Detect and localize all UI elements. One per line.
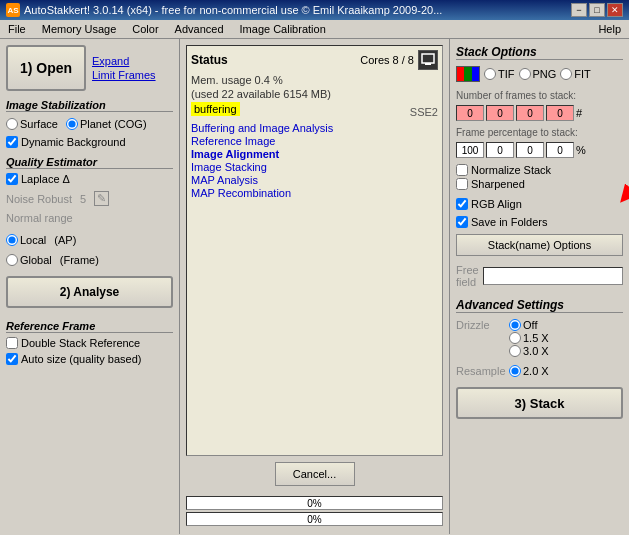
double-stack-checkbox[interactable] xyxy=(6,337,18,349)
status-items-list: Buffering and Image Analysis Reference I… xyxy=(191,122,438,199)
title-text: AutoStakkert! 3.0.14 (x64) - free for no… xyxy=(24,4,442,16)
pct-input-3[interactable] xyxy=(546,142,574,158)
progress-area: 0% 0% xyxy=(186,496,443,528)
menu-file[interactable]: File xyxy=(4,22,30,36)
drizzle-off-label: Off xyxy=(523,319,537,331)
frame-label: (Frame) xyxy=(60,254,99,266)
ap-label: (AP) xyxy=(54,234,76,246)
frames-input-2[interactable]: 0 xyxy=(516,105,544,121)
tif-radio[interactable] xyxy=(484,68,496,80)
laplace-checkbox[interactable] xyxy=(6,173,18,185)
maximize-button[interactable]: □ xyxy=(589,3,605,17)
color-swatch xyxy=(456,66,480,82)
tif-label: TIF xyxy=(498,68,515,80)
mem-usage: Mem. usage 0.4 % xyxy=(191,74,438,86)
reference-frame-title: Reference Frame xyxy=(6,320,173,333)
global-radio[interactable] xyxy=(6,254,18,266)
menu-memory[interactable]: Memory Usage xyxy=(38,22,121,36)
save-folders-label: Save in Folders xyxy=(471,216,547,228)
noise-robust-icon[interactable]: ✎ xyxy=(94,191,109,206)
noise-robust-label: Noise Robust xyxy=(6,193,72,205)
stack-button[interactable]: 3) Stack xyxy=(456,387,623,419)
limit-frames-link[interactable]: Limit Frames xyxy=(92,69,156,81)
display-icon[interactable] xyxy=(418,50,438,70)
menu-advanced[interactable]: Advanced xyxy=(171,22,228,36)
pct-symbol: % xyxy=(576,144,586,156)
menu-calibration[interactable]: Image Calibration xyxy=(236,22,330,36)
normal-range-label: Normal range xyxy=(6,212,173,224)
status-item-1: Reference Image xyxy=(191,135,438,147)
fit-radio[interactable] xyxy=(560,68,572,80)
png-radio[interactable] xyxy=(519,68,531,80)
drizzle-1x-label: 1.5 X xyxy=(523,332,549,344)
status-item-4: MAP Analysis xyxy=(191,174,438,186)
expand-link[interactable]: Expand xyxy=(92,55,156,67)
status-item-5: MAP Recombination xyxy=(191,187,438,199)
pct-input-1[interactable] xyxy=(486,142,514,158)
status-title: Status xyxy=(191,53,228,67)
fit-label: FIT xyxy=(574,68,591,80)
window-controls[interactable]: − □ ✕ xyxy=(571,3,623,17)
progress-bar-2: 0% xyxy=(186,512,443,526)
surface-label: Surface xyxy=(20,118,58,130)
pct-input-0[interactable] xyxy=(456,142,484,158)
frames-input-0[interactable]: 0 xyxy=(456,105,484,121)
frames-input-3[interactable]: 0 xyxy=(546,105,574,121)
svg-rect-0 xyxy=(422,54,434,63)
stack-options-title: Stack Options xyxy=(456,45,623,60)
local-radio[interactable] xyxy=(6,234,18,246)
app-icon: AS xyxy=(6,3,20,17)
menu-help[interactable]: Help xyxy=(594,22,625,36)
title-bar: AS AutoStakkert! 3.0.14 (x64) - free for… xyxy=(0,0,629,20)
resample-value: 2.0 X xyxy=(523,365,549,377)
frames-input-1[interactable]: 0 xyxy=(486,105,514,121)
minimize-button[interactable]: − xyxy=(571,3,587,17)
cores-label: Cores 8 / 8 xyxy=(360,54,414,66)
dynamic-bg-label: Dynamic Background xyxy=(21,136,126,148)
quality-title: Quality Estimator xyxy=(6,156,173,169)
sharpened-label: Sharpened xyxy=(471,178,525,190)
cancel-button[interactable]: Cancel... xyxy=(275,462,355,486)
planet-radio[interactable] xyxy=(66,118,78,130)
status-area: Status Cores 8 / 8 Mem. usage 0.4 % (use… xyxy=(186,45,443,456)
auto-size-checkbox[interactable] xyxy=(6,353,18,365)
sharpened-checkbox[interactable] xyxy=(456,178,468,190)
drizzle-label: Drizzle xyxy=(456,319,501,357)
progress-label-1: 0% xyxy=(307,497,321,511)
drizzle-off-radio[interactable] xyxy=(509,319,521,331)
dynamic-bg-checkbox[interactable] xyxy=(6,136,18,148)
progress-bar-1: 0% xyxy=(186,496,443,510)
mem-avail: (used 22 available 6154 MB) xyxy=(191,88,438,100)
resample-radio[interactable] xyxy=(509,365,521,377)
menu-color[interactable]: Color xyxy=(128,22,162,36)
status-item-2: Image Alignment xyxy=(191,148,438,160)
right-panel: Stack Options TIF PNG FIT Number of fram… xyxy=(449,39,629,534)
stack-name-button[interactable]: Stack(name) Options xyxy=(456,234,623,256)
menu-bar: File Memory Usage Color Advanced Image C… xyxy=(0,20,629,39)
planet-label: Planet (COG) xyxy=(80,118,147,130)
global-label: Global xyxy=(20,254,52,266)
close-button[interactable]: ✕ xyxy=(607,3,623,17)
pct-input-2[interactable] xyxy=(516,142,544,158)
png-label: PNG xyxy=(533,68,557,80)
free-field-input[interactable] xyxy=(483,267,623,285)
surface-radio[interactable] xyxy=(6,118,18,130)
local-label: Local xyxy=(20,234,46,246)
frames-label: Number of frames to stack: xyxy=(456,90,623,101)
free-field-label: Free field xyxy=(456,264,479,288)
status-item-3: Image Stacking xyxy=(191,161,438,173)
drizzle-1x-radio[interactable] xyxy=(509,332,521,344)
drizzle-3x-label: 3.0 X xyxy=(523,345,549,357)
drizzle-3x-radio[interactable] xyxy=(509,345,521,357)
left-panel: 1) Open Expand Limit Frames Image Stabil… xyxy=(0,39,180,534)
auto-size-label: Auto size (quality based) xyxy=(21,353,141,365)
analyse-button[interactable]: 2) Analyse xyxy=(6,276,173,308)
double-stack-label: Double Stack Reference xyxy=(21,337,140,349)
laplace-label: Laplace Δ xyxy=(21,173,70,185)
normalize-checkbox[interactable] xyxy=(456,164,468,176)
open-button[interactable]: 1) Open xyxy=(6,45,86,91)
image-stabilization-title: Image Stabilization xyxy=(6,99,173,112)
rgb-align-checkbox[interactable] xyxy=(456,198,468,210)
save-folders-checkbox[interactable] xyxy=(456,216,468,228)
resample-label: Resample xyxy=(456,365,501,377)
